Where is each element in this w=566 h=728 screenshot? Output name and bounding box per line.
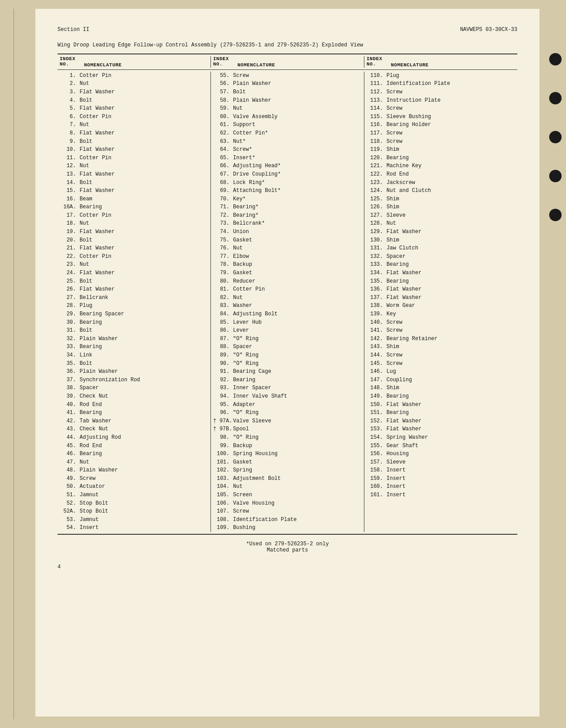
- item-index: 82.: [213, 294, 233, 302]
- item-nomenclature: Bearing: [386, 277, 515, 286]
- item-nomenclature: Check Nut: [80, 425, 208, 433]
- item-nomenclature: Flat Washer: [386, 269, 515, 277]
- item-index: 5.: [60, 104, 80, 113]
- item-index: 147.: [367, 376, 386, 384]
- item-index: 149.: [367, 392, 386, 401]
- item-index: 102.: [213, 466, 233, 475]
- list-item: 115.Sleeve Bushing: [367, 113, 515, 121]
- item-nomenclature: Screw: [386, 351, 515, 360]
- item-index: 140.: [367, 318, 386, 327]
- list-item: 62.Cotter Pin*: [213, 129, 362, 138]
- item-nomenclature: "O" Ring: [233, 409, 362, 417]
- item-nomenclature: Flat Washer: [386, 285, 515, 294]
- item-nomenclature: Bellcrank: [80, 294, 208, 302]
- item-index: 118.: [367, 138, 386, 146]
- item-index: 43.: [60, 425, 80, 433]
- item-index: 1.: [60, 72, 80, 80]
- item-nomenclature: Screw: [386, 88, 515, 96]
- item-index: 23.: [60, 261, 80, 269]
- item-nomenclature: Identification Plate: [233, 516, 362, 524]
- list-item: † 97A.Valve Sleeve: [213, 417, 362, 425]
- circle-tab-1: [549, 53, 562, 65]
- item-index: 69.: [213, 187, 233, 195]
- item-nomenclature: Union: [233, 228, 362, 236]
- item-index: 143.: [367, 343, 386, 351]
- list-item: 114.Screw: [367, 104, 515, 113]
- item-nomenclature: Bearing: [386, 409, 515, 417]
- item-index: 132.: [367, 253, 386, 261]
- list-item: 77.Elbow: [213, 253, 362, 261]
- list-item: 117.Screw: [367, 129, 515, 138]
- item-index: 20.: [60, 236, 80, 245]
- item-index: 155.: [367, 442, 386, 450]
- list-item: 61.Support: [213, 121, 362, 129]
- item-nomenclature: Spacer: [80, 384, 208, 392]
- item-index: 52.: [60, 499, 80, 508]
- item-index: 92.: [213, 376, 233, 384]
- item-index: 55.: [213, 72, 233, 80]
- item-nomenclature: Sleeve: [386, 458, 515, 467]
- footnote-section: *Used on 279-526235-2 only Matched parts: [57, 539, 517, 555]
- item-nomenclature: Flat Washer: [80, 285, 208, 294]
- list-item: 157.Sleeve: [367, 458, 515, 467]
- item-index: 98.: [213, 433, 233, 442]
- item-index: 3.: [60, 88, 80, 96]
- list-item: 8.Flat Washer: [60, 129, 208, 138]
- item-index: 93.: [213, 384, 233, 392]
- item-nomenclature: Plug: [386, 72, 515, 80]
- list-item: 42.Tab Washer: [60, 417, 208, 425]
- list-item: 16A.Bearing: [60, 203, 208, 211]
- item-index: 87.: [213, 335, 233, 343]
- list-item: 43.Check Nut: [60, 425, 208, 433]
- item-index: 122.: [367, 170, 386, 179]
- list-item: 70.Key*: [213, 195, 362, 203]
- list-item: 89."O" Ring: [213, 351, 362, 360]
- item-index: 161.: [367, 491, 386, 499]
- item-nomenclature: Jamnut: [80, 491, 208, 499]
- list-item: 31.Bolt: [60, 326, 208, 335]
- item-index: 153.: [367, 425, 386, 433]
- list-item: 119.Shim: [367, 146, 515, 154]
- list-item: 123.Jackscrew: [367, 179, 515, 187]
- item-index: 106.: [213, 499, 233, 508]
- col1-nomen-header: NOMENCLATURE: [84, 56, 208, 68]
- list-item: 40.Rod End: [60, 401, 208, 409]
- item-index: 72.: [213, 211, 233, 220]
- item-nomenclature: Nut: [233, 244, 362, 253]
- circle-tab-3: [549, 131, 562, 143]
- list-item: 112.Screw: [367, 88, 515, 96]
- list-item: 149.Bearing: [367, 392, 515, 401]
- item-nomenclature: Bearing: [386, 392, 515, 401]
- section-header: Section II NAVWEPS 03-30CX-33: [57, 27, 517, 33]
- item-index: 86.: [213, 326, 233, 335]
- list-item: 74.Union: [213, 228, 362, 236]
- list-item: 109.Bushing: [213, 524, 362, 532]
- item-index: 154.: [367, 433, 386, 442]
- list-item: 47.Nut: [60, 458, 208, 467]
- list-item: 121.Machine Key: [367, 162, 515, 170]
- item-index: 35.: [60, 360, 80, 368]
- item-index: 60.: [213, 113, 233, 121]
- item-nomenclature: Sleeve: [386, 211, 515, 220]
- list-item: 138.Worm Gear: [367, 302, 515, 310]
- list-item: 3.Flat Washer: [60, 88, 208, 96]
- item-index: 146.: [367, 368, 386, 376]
- item-nomenclature: Rod End: [386, 170, 515, 179]
- item-index: 148.: [367, 384, 386, 392]
- item-nomenclature: Plain Washer: [80, 368, 208, 376]
- item-nomenclature: Flat Washer: [80, 104, 208, 113]
- item-nomenclature: Adjusting Rod: [80, 433, 208, 442]
- item-index: 38.: [60, 384, 80, 392]
- list-item: 106.Valve Housing: [213, 499, 362, 508]
- item-nomenclature: Stop Bolt: [80, 499, 208, 508]
- item-index: 89.: [213, 351, 233, 360]
- list-item: 128.Nut: [367, 219, 515, 228]
- list-item: 13.Flat Washer: [60, 170, 208, 179]
- item-nomenclature: Nut: [80, 162, 208, 170]
- item-index: 41.: [60, 409, 80, 417]
- item-nomenclature: Synchronization Rod: [80, 376, 208, 384]
- list-item: 118.Screw: [367, 138, 515, 146]
- list-item: 16.Beam: [60, 195, 208, 203]
- item-index: 150.: [367, 401, 386, 409]
- list-item: 76.Nut: [213, 244, 362, 253]
